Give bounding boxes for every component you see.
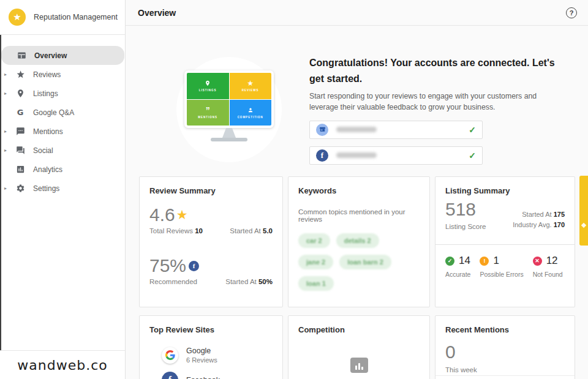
top-review-sites-card: Top Review Sites Google 6 Reviews (139, 315, 283, 379)
tile-mentions: ” MENTIONS (187, 100, 229, 126)
divider (435, 375, 575, 376)
facebook-icon: f (316, 149, 328, 162)
sidebar: ★ Reputation Management Overview ▸ Revie… (0, 0, 126, 379)
sidebar-item-overview[interactable]: Overview (1, 46, 124, 65)
map-pin-icon (15, 89, 25, 99)
bar-chart-icon (15, 165, 25, 174)
warning-circle-icon: ! (480, 257, 489, 266)
connected-account-facebook[interactable]: f ✓ (309, 146, 483, 165)
keyword-tag: loan 1 (298, 276, 334, 291)
sidebar-item-google-qa[interactable]: G Google Q&A (0, 103, 125, 122)
speech-bubble-icon (15, 127, 25, 137)
competition-card: Competition Measure and compare your onl… (288, 315, 430, 379)
star-icon: ★ (247, 80, 254, 87)
content: LISTINGS ★ REVIEWS ” MENTIONS COM (126, 26, 588, 379)
card-title: Competition (298, 325, 420, 334)
brand-header: ★ Reputation Management (0, 0, 125, 35)
bar-chart-icon (350, 358, 368, 373)
check-icon: ✓ (469, 151, 476, 160)
sidebar-item-mentions[interactable]: ▸ Mentions (0, 122, 125, 141)
sidebar-item-analytics[interactable]: Analytics (0, 160, 125, 179)
cross-circle-icon: ✕ (533, 257, 542, 266)
quote-icon: ” (206, 107, 210, 114)
recommended-label: Recommended (149, 278, 197, 285)
facebook-icon: f (189, 261, 199, 271)
card-title: Top Review Sites (149, 325, 273, 334)
mentions-count: 0 (445, 343, 565, 361)
reputation-management-app: ★ Reputation Management Overview ▸ Revie… (0, 0, 588, 379)
total-reviews: Total Reviews 10 (149, 227, 203, 235)
brand-star-icon: ★ (13, 12, 21, 23)
main-area: Overview ? LISTINGS ★ REVIEWS (126, 0, 588, 379)
stat-possible-errors: ! 1 Possible Errors (480, 255, 523, 278)
keyword-tag: car 2 (298, 233, 330, 248)
card-title: Keywords (298, 186, 420, 195)
star-icon: ★ (176, 208, 188, 222)
brand-logo: ★ (9, 9, 26, 26)
review-summary-card: Review Summary 4.6 ★ Total Reviews 10 St… (139, 176, 283, 307)
average-rating-value: 4.6 (149, 206, 175, 224)
tile-label: REVIEWS (242, 89, 259, 92)
check-circle-icon: ✓ (445, 257, 454, 266)
tile-competition: COMPETITION (230, 100, 272, 126)
monitor-stand (222, 128, 236, 138)
sidebar-item-listings[interactable]: ▸ Listings (0, 84, 125, 103)
recent-mentions-card: Recent Mentions 0 This week (435, 315, 575, 379)
sidebar-item-label: Reviews (33, 70, 61, 79)
sidebar-item-label: Social (33, 146, 53, 155)
help-button[interactable]: ? (566, 7, 577, 18)
check-icon: ✓ (469, 125, 476, 135)
connected-account-google-my-business[interactable]: ✓ (309, 121, 483, 139)
listing-benchmarks: Started At 175 Industry Avg. 170 (513, 209, 565, 230)
question-mark-icon: ? (570, 9, 574, 17)
chevron-right-icon: ▸ (0, 129, 9, 134)
tile-listings: LISTINGS (187, 73, 229, 99)
monitor-base (211, 138, 247, 141)
monitor-screen: LISTINGS ★ REVIEWS ” MENTIONS COM (184, 70, 274, 128)
sidebar-item-label: Listings (33, 89, 58, 98)
feedback-tab-mark (581, 223, 586, 228)
card-title: Review Summary (149, 186, 273, 195)
mentions-period: This week (445, 366, 565, 373)
sidebar-item-label: Mentions (33, 127, 63, 136)
topbar: Overview ? (126, 0, 588, 26)
tile-label: COMPETITION (238, 116, 263, 119)
stat-not-found: ✕ 12 Not Found (533, 255, 563, 278)
feedback-tab[interactable] (579, 176, 588, 246)
review-site-google[interactable]: Google 6 Reviews (162, 347, 273, 364)
congrats-title: Congratulations! Your accounts are conne… (309, 55, 562, 86)
listing-score-label: Listing Score (445, 223, 486, 230)
keywords-card: Keywords Common topics mentioned in your… (288, 176, 430, 307)
facebook-icon: f (162, 372, 178, 379)
chevron-right-icon: ▸ (0, 91, 9, 96)
sidebar-item-settings[interactable]: ▸ Settings (0, 179, 125, 198)
industry-average: Industry Avg. 170 (513, 220, 565, 230)
congrats-subtitle: Start responding to your reviews to enga… (309, 91, 562, 113)
account-name-redacted (336, 127, 377, 132)
cards-row-1: Review Summary 4.6 ★ Total Reviews 10 St… (139, 176, 575, 307)
brand-name: Reputation Management (34, 13, 118, 21)
stat-accurate: ✓ 14 Accurate (445, 255, 470, 278)
tile-reviews: ★ REVIEWS (230, 73, 272, 99)
sidebar-item-reviews[interactable]: ▸ Reviews (0, 65, 125, 84)
keyword-pills: car 2 details 2 jane 2 loan barn 2 loan … (298, 233, 420, 291)
congrats-section: Congratulations! Your accounts are conne… (309, 55, 562, 165)
sidebar-item-label: Google Q&A (33, 108, 74, 117)
map-pin-icon (205, 80, 211, 87)
card-title: Recent Mentions (445, 325, 565, 334)
listing-score-section: Listing Summary 518 Listing Score Starte… (435, 177, 575, 244)
sidebar-item-label: Overview (34, 51, 67, 60)
chevron-right-icon: ▸ (0, 186, 9, 191)
review-site-facebook[interactable]: f Facebook (162, 372, 273, 379)
chevron-right-icon: ▸ (0, 72, 9, 77)
account-name-redacted (336, 152, 377, 158)
overview-dashboard-icon (17, 51, 26, 61)
started-at-score: Started At 175 (513, 209, 565, 220)
started-at-recommended: Started At 50% (225, 278, 273, 285)
sidebar-footer: wandweb.co (0, 350, 125, 379)
listing-stats-section: ✓ 14 Accurate ! 1 Possible Errors (435, 244, 575, 278)
sidebar-item-social[interactable]: ▸ Social (0, 141, 125, 160)
google-g-icon (162, 347, 178, 364)
keyword-tag: loan barn 2 (339, 255, 391, 269)
listing-summary-card: Listing Summary 518 Listing Score Starte… (435, 176, 575, 307)
